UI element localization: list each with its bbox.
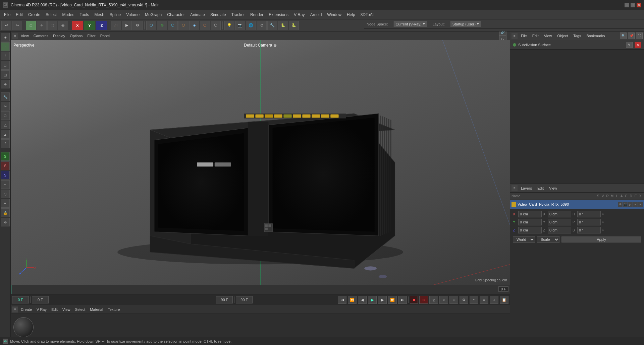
sidebar-snap[interactable]: ⊕ <box>1 80 10 88</box>
rotate-tool-button[interactable]: ◎ <box>58 21 68 30</box>
autokey-button[interactable]: ⊕ <box>419 296 428 304</box>
keyframe-button[interactable]: ⧖ <box>429 296 438 304</box>
sidebar-mode-edges[interactable]: / <box>1 52 10 60</box>
menu-modes[interactable]: Modes <box>59 10 77 19</box>
layers-menu-view[interactable]: View <box>547 186 559 191</box>
menu-volume[interactable]: Volume <box>123 10 142 19</box>
obj-motion-button[interactable]: ~ <box>633 202 638 207</box>
sidebar-mat-2[interactable]: S <box>1 161 10 170</box>
sidebar-tool-11[interactable]: ⊙ <box>1 218 10 226</box>
menu-edit[interactable]: Edit <box>13 10 25 19</box>
next-frame-button[interactable]: ⏩ <box>388 296 397 304</box>
nurbs-button[interactable]: ⬡ <box>168 21 178 30</box>
loop-button[interactable]: ○ <box>439 296 448 304</box>
menu-mesh[interactable]: Mesh <box>92 10 107 19</box>
menu-3dtoall[interactable]: 3DToAll <box>358 10 377 19</box>
attr-menu-view[interactable]: View <box>542 33 554 39</box>
preview-start-input[interactable] <box>32 296 49 303</box>
menu-arnold[interactable]: Arnold <box>308 10 325 19</box>
coord-z-size-input[interactable] <box>548 227 571 233</box>
layer-button[interactable]: ≡ <box>480 296 488 304</box>
render-button[interactable]: ▶ <box>122 21 132 30</box>
timeline-ruler[interactable]: 0 5 10 15 20 25 30 35 40 45 50 55 60 65 … <box>11 285 510 294</box>
material-menu-create[interactable]: Create <box>19 307 34 312</box>
sky-button[interactable]: 🌐 <box>246 21 256 30</box>
obj-eye-button[interactable]: 👁 <box>618 202 623 207</box>
menu-window[interactable]: Window <box>324 10 344 19</box>
fields-button[interactable]: ⬡ <box>200 21 210 30</box>
sidebar-tool-10[interactable]: 🔒 <box>1 208 10 217</box>
menu-mograph[interactable]: MoGraph <box>142 10 164 19</box>
layers-menu-edit[interactable]: Edit <box>535 186 546 191</box>
menu-select[interactable]: Select <box>43 10 59 19</box>
material-menu-select[interactable]: Select <box>73 307 88 312</box>
x-axis-button[interactable]: X <box>72 21 83 30</box>
coord-y-rot-input[interactable] <box>577 219 601 225</box>
node-space-dropdown[interactable]: Current (V-Ray) ▾ <box>393 21 427 27</box>
viewport-menu-filter[interactable]: Filter <box>85 33 97 39</box>
menu-animate[interactable]: Animate <box>187 10 208 19</box>
sidebar-tool-4[interactable]: △ <box>1 121 10 129</box>
light-button[interactable]: 💡 <box>224 21 234 30</box>
obj-cam-button[interactable]: 📷 <box>623 202 628 207</box>
prev-frame-button[interactable]: ⏪ <box>348 296 357 304</box>
sidebar-tool-3[interactable]: ⬡ <box>1 111 10 120</box>
next-step-button[interactable]: ▶ <box>378 296 387 304</box>
coord-x-rot-input[interactable] <box>577 211 601 217</box>
menu-tracker[interactable]: Tracker <box>229 10 248 19</box>
cube-button[interactable]: ⬡ <box>146 21 156 30</box>
menu-render[interactable]: Render <box>248 10 266 19</box>
z-axis-button[interactable]: Z <box>96 21 107 30</box>
coord-y-pos-input[interactable] <box>518 219 542 225</box>
attr-menu-bookmarks[interactable]: Bookmarks <box>584 33 607 39</box>
coord-z-rot-input[interactable] <box>577 227 601 233</box>
sidebar-tool-1[interactable]: 🔧 <box>1 92 10 101</box>
go-end-button[interactable]: ⏭ <box>398 296 407 304</box>
bounce-button[interactable]: ⊙ <box>449 296 458 304</box>
material-menu-edit[interactable]: Edit <box>49 307 60 312</box>
redo-button[interactable]: ↪ <box>12 21 22 30</box>
sidebar-mode-polys[interactable]: □ <box>1 61 10 70</box>
apply-button[interactable]: Apply <box>561 236 641 243</box>
attr-menu-edit[interactable]: Edit <box>530 33 541 39</box>
attr-pin-button[interactable]: 📌 <box>628 32 635 39</box>
attr-menu-file[interactable]: File <box>519 33 529 39</box>
sidebar-tool-2[interactable]: ✂ <box>1 102 10 111</box>
viewport-link-button[interactable]: 🔗 <box>499 31 506 36</box>
obj-layer-button[interactable]: ≡ <box>638 202 643 207</box>
sidebar-mode-uvw[interactable]: ◫ <box>1 70 10 79</box>
motion-clip-button[interactable]: 📋 <box>500 296 508 304</box>
layout-dropdown[interactable]: Startup (User) ▾ <box>450 21 481 27</box>
render-settings-button[interactable]: ⚙ <box>132 21 143 30</box>
menu-file[interactable]: File <box>1 10 13 19</box>
render-view-button[interactable]: 🎥 <box>111 21 121 30</box>
select-tool-button[interactable]: □ <box>26 21 36 30</box>
sidebar-tool-5[interactable]: ▲ <box>1 130 10 139</box>
menu-spline[interactable]: Spline <box>107 10 123 19</box>
attr-menu-tags[interactable]: Tags <box>571 33 583 39</box>
menu-character[interactable]: Character <box>164 10 187 19</box>
material-menu-material[interactable]: Material <box>88 307 105 312</box>
coord-x-size-input[interactable] <box>548 211 571 217</box>
viewport-menu-display[interactable]: Display <box>51 33 67 39</box>
sidebar-tool-8[interactable]: ⬡ <box>1 190 10 198</box>
viewport-3d[interactable]: Perspective Default Camera ⊕ Grid Spacin… <box>11 40 510 285</box>
layers-menu-layers[interactable]: Layers <box>519 186 534 191</box>
obj-render-button[interactable]: ▷ <box>628 202 633 207</box>
coord-system-dropdown[interactable]: World Object <box>513 236 535 243</box>
sound-button[interactable]: ♪ <box>490 296 498 304</box>
viewport-menu-view[interactable]: View <box>19 33 31 39</box>
menu-extensions[interactable]: Extensions <box>266 10 291 19</box>
spline-button[interactable]: ⊕ <box>157 21 167 30</box>
motion-path-button[interactable]: ~ <box>470 296 478 304</box>
play-button[interactable]: ▶ <box>368 296 377 304</box>
undo-button[interactable]: ↩ <box>1 21 11 30</box>
material-panel-menu-icon[interactable]: ≡ <box>12 306 18 313</box>
attr-expand-button[interactable]: ⛶ <box>636 32 643 39</box>
end-frame-input[interactable] <box>216 296 233 303</box>
viewport-menu-panel[interactable]: Panel <box>98 33 112 39</box>
sidebar-mat-1[interactable]: S <box>1 152 10 161</box>
menu-vray[interactable]: V-Ray <box>291 10 308 19</box>
sidebar-tool-9[interactable]: ≡ <box>1 199 10 208</box>
scale-tool-button[interactable]: ⬚ <box>47 21 57 30</box>
